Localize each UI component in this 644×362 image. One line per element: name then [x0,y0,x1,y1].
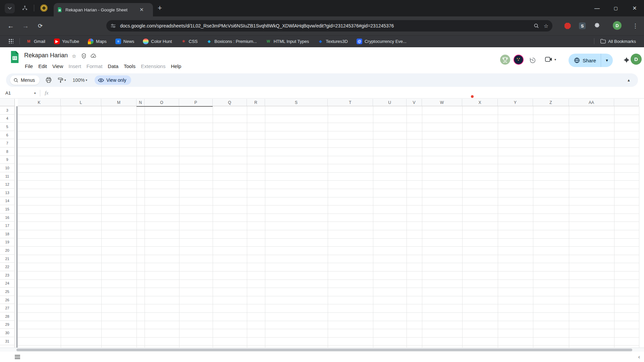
row-header-20[interactable]: 20 [0,246,15,255]
row-header-12[interactable]: 12 [0,180,15,189]
reload-icon[interactable]: ⟳ [34,16,47,35]
version-history-icon[interactable] [529,57,536,64]
row-header-6[interactable]: 6 [0,131,15,139]
column-header-K[interactable]: K [18,99,61,106]
column-header-AA[interactable]: AA [569,99,614,106]
column-header-S[interactable]: S [265,99,328,106]
row-header-15[interactable]: 15 [0,205,15,214]
row-header-4[interactable]: 4 [0,115,15,123]
name-box[interactable]: A1 [0,90,34,96]
column-header-N[interactable]: N [137,99,145,106]
row-header-28[interactable]: 28 [0,312,15,321]
row-header-27[interactable]: 27 [0,304,15,312]
star-icon[interactable]: ☆ [72,53,76,59]
column-header-O[interactable]: O [145,99,179,106]
bookmark-textures3d[interactable]: ◆Textures3D [318,39,348,44]
horizontal-scrollbar[interactable] [0,348,644,352]
bookmark-boxicons-premium-[interactable]: ◆Boxicons : Premium... [206,39,257,44]
row-header-32[interactable]: 32 [0,345,15,348]
tab-close-icon[interactable]: ✕ [140,7,144,13]
sheet-tabs-scroll-icon[interactable]: ‹ [638,354,640,360]
row-header-10[interactable]: 10 [0,164,15,172]
zoom-indicator-icon[interactable] [534,23,539,28]
new-tab-button[interactable]: + [158,4,162,12]
column-header-U[interactable]: U [373,99,407,106]
row-header-21[interactable]: 21 [0,255,15,263]
row-header-11[interactable]: 11 [0,172,15,181]
menu-data[interactable]: Data [105,62,121,70]
column-header-V[interactable]: V [407,99,422,106]
row-header-14[interactable]: 14 [0,197,15,205]
bookmark-html-input-types[interactable]: WHTML Input Types [266,39,309,44]
apps-grid-icon[interactable] [9,39,13,44]
bookmark-css[interactable]: ✳CSS [181,39,198,44]
grid-corner[interactable] [0,99,15,106]
document-title[interactable]: Rekapan Harian [24,52,68,59]
column-header-W[interactable]: W [422,99,462,106]
menu-edit[interactable]: Edit [36,62,50,70]
paint-format-caret-icon[interactable]: ▾ [64,78,66,82]
tab-search-button[interactable] [5,3,15,13]
row-header-24[interactable]: 24 [0,280,15,288]
bookmark-cryptocurrency-eve-[interactable]: @Cryptocurrency Eve... [357,39,407,44]
paint-format-icon[interactable] [58,77,63,83]
row-header-26[interactable]: 26 [0,296,15,304]
zoom-caret-icon[interactable]: ▾ [86,78,87,82]
column-header-M[interactable]: M [101,99,137,106]
window-maximize-button[interactable]: ▢ [606,0,625,16]
cloud-status-icon[interactable] [91,53,97,58]
column-header-P[interactable]: P [179,99,213,106]
bookmark-news[interactable]: ≡News [115,39,135,44]
pinned-favicon[interactable] [40,4,48,12]
column-header-Z[interactable]: Z [533,99,569,106]
column-header-L[interactable]: L [61,99,101,106]
user-avatar[interactable]: D [631,54,642,65]
row-header-25[interactable]: 25 [0,288,15,296]
adblock-extension-icon[interactable] [563,21,572,31]
collapse-toolbar-icon[interactable]: ▲ [627,78,631,82]
column-header-X[interactable]: X [462,99,498,106]
s-extension-icon[interactable]: S [578,21,587,31]
column-header-Q[interactable]: Q [213,99,247,106]
row-header-3[interactable]: 3 [0,106,15,115]
forward-icon[interactable]: → [19,16,32,35]
column-header-Y[interactable]: Y [498,99,533,106]
print-icon[interactable] [46,77,52,83]
bookmark-star-icon[interactable]: ☆ [544,23,548,29]
url-text[interactable]: docs.google.com/spreadsheets/d/1L02_Rse3… [120,23,529,28]
menu-tools[interactable]: Tools [121,62,138,70]
view-only-chip[interactable]: View only [95,75,131,85]
column-header-T[interactable]: T [328,99,373,106]
row-header-13[interactable]: 13 [0,189,15,197]
column-header-blank[interactable] [614,99,639,106]
bookmark-color-hunt[interactable]: Color Hunt [143,39,172,44]
menu-view[interactable]: View [50,62,66,70]
back-icon[interactable]: ← [4,16,17,35]
row-header-16[interactable]: 16 [0,214,15,222]
bookmark-gmail[interactable]: MGmail [26,39,45,44]
menu-help[interactable]: Help [168,62,184,70]
label-icon[interactable] [81,53,87,59]
menu-insert[interactable]: Insert [66,62,84,70]
row-header-7[interactable]: 7 [0,139,15,147]
meet-camera-icon[interactable]: ▾ [545,57,556,62]
row-header-22[interactable]: 22 [0,263,15,271]
site-settings-icon[interactable] [110,23,116,29]
collaborator-avatar-1[interactable] [500,55,510,65]
zoom-control[interactable]: 100% [73,77,85,83]
active-browser-tab[interactable]: Rekapan Harian - Google Sheet ✕ [54,3,153,16]
browser-menu-kebab-icon[interactable]: ⋮ [631,21,640,31]
workspaces-icon[interactable] [22,5,28,11]
bookmark-maps[interactable]: Maps [88,39,107,44]
collaborator-avatar-2[interactable] [514,55,524,65]
row-header-17[interactable]: 17 [0,222,15,230]
row-header-23[interactable]: 23 [0,271,15,280]
all-bookmarks-button[interactable]: All Bookmarks [600,39,636,44]
menu-extensions[interactable]: Extensions [138,62,168,70]
address-bar[interactable]: docs.google.com/spreadsheets/d/1L02_Rse3… [106,20,552,32]
column-header-R[interactable]: R [247,99,265,106]
menu-format[interactable]: Format [84,62,105,70]
row-header-31[interactable]: 31 [0,337,15,346]
menu-file[interactable]: File [22,62,36,70]
row-header-18[interactable]: 18 [0,230,15,238]
